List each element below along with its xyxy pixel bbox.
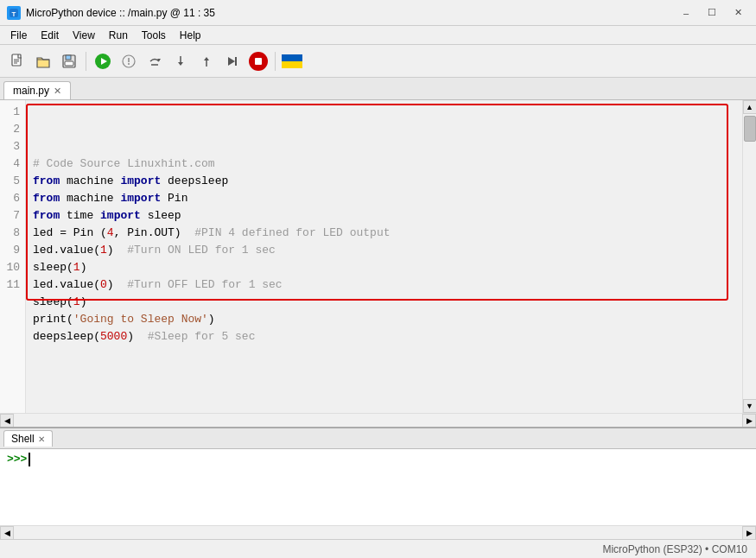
debug-button[interactable] — [117, 49, 141, 73]
token-cm: #Turn ON LED for 1 sec — [127, 242, 276, 259]
line-number-11: 11 — [0, 276, 25, 294]
menu-item-run[interactable]: Run — [102, 28, 135, 43]
ukraine-flag-icon — [282, 54, 302, 68]
scroll-down-arrow[interactable]: ▼ — [743, 399, 757, 413]
line-number-5: 5 — [0, 173, 25, 190]
code-content[interactable]: # Code Source Linuxhint.comfrom machine … — [26, 100, 742, 413]
run-button[interactable] — [91, 49, 115, 73]
line-number-7: 7 — [0, 207, 25, 225]
token-plain: led.value( — [33, 276, 100, 294]
shell-cursor — [29, 453, 30, 466]
token-plain: led = Pin ( — [33, 225, 107, 242]
menu-item-view[interactable]: View — [66, 28, 102, 43]
svg-marker-19 — [204, 57, 209, 60]
toolbar-separator-2 — [275, 52, 276, 71]
vertical-scrollbar[interactable]: ▲ ▼ — [742, 100, 756, 413]
maximize-button[interactable]: ☐ — [701, 5, 723, 21]
svg-marker-17 — [178, 62, 183, 66]
shell-content[interactable]: >>> — [0, 449, 756, 525]
bottom-panel: Shell ✕ >>> ◀ ▶ — [0, 427, 756, 539]
token-kw: from — [33, 190, 60, 207]
scroll-right-arrow[interactable]: ▶ — [742, 414, 756, 428]
token-cm: #Turn OFF LED for 1 sec — [127, 276, 282, 294]
resume-button[interactable] — [220, 49, 245, 73]
shell-tab-close-icon[interactable]: ✕ — [38, 434, 45, 444]
editor-inner: 1234567891011 # Code Source Linuxhint.co… — [0, 100, 756, 413]
step-into-button[interactable] — [168, 49, 193, 73]
token-plain: sleep( — [33, 294, 73, 311]
code-line-8: led.value(0) #Turn OFF LED for 1 sec — [33, 276, 735, 294]
tab-main-py[interactable]: main.py ✕ — [3, 81, 71, 99]
shell-tab-label: Shell — [11, 433, 35, 445]
line-number-3: 3 — [0, 138, 25, 155]
stop-button[interactable] — [246, 49, 270, 73]
token-plain: time — [60, 207, 100, 225]
scroll-left-arrow[interactable]: ◀ — [0, 414, 14, 428]
token-cm: #Sleep for 5 sec — [148, 328, 256, 346]
menu-item-tools[interactable]: Tools — [135, 28, 173, 43]
editor-wrapper: 1234567891011 # Code Source Linuxhint.co… — [0, 100, 756, 427]
token-plain: print( — [33, 311, 73, 328]
shell-horizontal-scrollbar[interactable]: ◀ ▶ — [0, 525, 756, 539]
scroll-up-arrow[interactable]: ▲ — [743, 100, 757, 114]
menu-item-help[interactable]: Help — [173, 28, 208, 43]
token-kw: import — [120, 190, 161, 207]
menu-bar: FileEditViewRunToolsHelp — [0, 26, 756, 45]
title-text: MicroPython device :: /main.py @ 11 : 35 — [26, 7, 215, 19]
ukraine-bottom — [282, 61, 302, 68]
token-plain: led.value( — [33, 242, 100, 259]
tab-bar: main.py ✕ — [0, 78, 756, 100]
step-out-button[interactable] — [194, 49, 219, 73]
scroll-track — [743, 142, 757, 399]
token-cm: # Code Source Linuxhint.com — [33, 155, 215, 173]
status-text: MicroPython (ESP32) • COM10 — [602, 543, 747, 555]
token-plain: ) — [80, 259, 87, 276]
shell-tab[interactable]: Shell ✕ — [3, 430, 53, 447]
shell-scroll-left[interactable]: ◀ — [0, 526, 14, 540]
title-left: T MicroPython device :: /main.py @ 11 : … — [7, 6, 215, 20]
token-plain: deepsleep( — [33, 328, 100, 346]
token-plain: ) — [127, 328, 147, 346]
menu-item-file[interactable]: File — [3, 28, 34, 43]
code-line-5: led = Pin (4, Pin.OUT) #PIN 4 defined fo… — [33, 225, 735, 242]
token-plain: ) — [80, 294, 87, 311]
token-plain: ) — [107, 276, 127, 294]
token-plain: machine — [60, 190, 120, 207]
token-nm: 4 — [107, 225, 114, 242]
line-number-1: 1 — [0, 104, 25, 121]
token-kw: from — [33, 207, 60, 225]
ukraine-flag — [280, 49, 304, 73]
stop-icon — [249, 52, 268, 71]
save-button[interactable] — [57, 49, 81, 73]
token-nm: 5000 — [100, 328, 127, 346]
line-number-9: 9 — [0, 242, 25, 259]
shell-scroll-right[interactable]: ▶ — [742, 526, 756, 540]
token-plain: , Pin.OUT) — [114, 225, 195, 242]
tab-close-icon[interactable]: ✕ — [54, 86, 61, 96]
token-nm: 0 — [100, 276, 107, 294]
token-cm: #PIN 4 defined for LED output — [194, 225, 390, 242]
close-button[interactable]: ✕ — [727, 5, 749, 21]
step-over-button[interactable] — [143, 49, 167, 73]
token-nm: 1 — [73, 294, 80, 311]
code-line-9: sleep(1) — [33, 294, 735, 311]
token-kw: import — [100, 207, 141, 225]
token-kw: import — [120, 173, 161, 190]
svg-rect-8 — [65, 61, 73, 66]
token-plain: sleep — [141, 207, 181, 225]
menu-item-edit[interactable]: Edit — [34, 28, 66, 43]
line-numbers: 1234567891011 — [0, 100, 26, 413]
scroll-thumb[interactable] — [744, 116, 756, 142]
line-number-2: 2 — [0, 121, 25, 138]
token-kw: from — [33, 173, 60, 190]
toolbar-separator-1 — [86, 52, 86, 71]
code-line-11: deepsleep(5000) #Sleep for 5 sec — [33, 328, 735, 346]
token-nm: 1 — [100, 242, 107, 259]
open-button[interactable] — [31, 49, 55, 73]
stop-inner-icon — [255, 58, 262, 65]
horizontal-scrollbar[interactable]: ◀ ▶ — [0, 413, 756, 427]
svg-point-13 — [128, 63, 130, 65]
minimize-button[interactable]: – — [675, 5, 697, 21]
new-button[interactable] — [5, 49, 29, 73]
h-scroll-track — [14, 414, 742, 428]
